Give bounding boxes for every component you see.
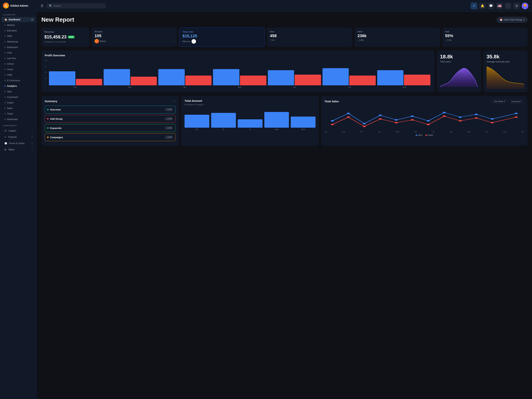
nav-dot <box>4 30 6 31</box>
sidebar-item-crypto[interactable]: Crypto <box>1 100 35 105</box>
sidebar-item-realestate[interactable]: Realestate <box>1 117 35 122</box>
search-icon: 🔍 <box>49 4 52 7</box>
line-chart-svg <box>324 106 524 130</box>
nav-dot <box>4 102 6 103</box>
blue-bar <box>158 69 185 85</box>
components-section-label: COMPONENTS <box>0 122 37 128</box>
avatar[interactable] <box>522 3 528 9</box>
fullscreen-button[interactable]: ⛶ <box>505 3 511 9</box>
sidebar-item-chat[interactable]: Chat <box>1 50 35 55</box>
axis-label-60: 60 <box>45 71 47 73</box>
total-amount-menu-button[interactable]: ··· <box>313 99 316 102</box>
svg-point-12 <box>491 118 494 120</box>
summary-menu-button[interactable]: ··· <box>173 99 176 103</box>
notification-bell-button[interactable]: 🔔 <box>479 3 486 9</box>
date-range-button[interactable]: 📅 Select Date Range ▾ <box>497 17 528 23</box>
keywords-count: 1,255 <box>165 126 173 130</box>
avg-reach-chart <box>487 65 524 89</box>
blue-bar <box>213 69 239 85</box>
sidebar-item-warehouse[interactable]: Warehouse <box>1 39 35 44</box>
svg-point-4 <box>363 123 366 124</box>
axis-label-120: 120 <box>45 59 47 61</box>
user-avatar-image <box>522 3 528 9</box>
nav-dot <box>4 41 6 42</box>
total-sales-title: Total Sales <box>324 100 339 103</box>
summary-item-addgroup[interactable]: Add Group 1,255 <box>45 115 176 123</box>
chat-button[interactable]: 💬 <box>488 3 494 9</box>
menu-icon[interactable]: ☰ <box>41 4 44 8</box>
red-bar <box>295 75 321 85</box>
month-apr: Apr <box>378 131 381 133</box>
sidebar-item-medical[interactable]: Medical <box>1 23 35 28</box>
sidebar-logo-icon: G <box>3 3 9 8</box>
calendar-icon: 📅 <box>500 19 502 21</box>
svg-point-13 <box>515 113 518 114</box>
home-icon: 🏠 <box>4 18 7 21</box>
blue-bar <box>104 69 130 85</box>
avg-reach-value: 35.8k <box>487 54 524 60</box>
red-bar <box>131 77 157 85</box>
sidebar-item-traval[interactable]: Traval <box>1 67 35 72</box>
bar-label-feb: Feb <box>48 86 101 88</box>
features-icon: ✏ <box>4 136 6 138</box>
dropdown-arrow-icon: ▾ <box>523 19 525 21</box>
sidebar-item-crm[interactable]: CRM <box>1 72 35 78</box>
sidebar-item-restaurant[interactable]: Restaurant <box>1 45 35 50</box>
chevron-right-icon: › <box>32 148 32 151</box>
search-input[interactable] <box>54 4 103 7</box>
sidebar-item-forms-charts[interactable]: 🕐 Forms & Charts › <box>1 140 35 146</box>
bottom-row: Summary ··· Overview 1,255 Add Group 1,2… <box>41 96 528 146</box>
nav-dot <box>4 63 6 64</box>
sidebar-item-hrm[interactable]: HRM <box>1 34 35 39</box>
summary-item-overview[interactable]: Overview 1,255 <box>45 106 176 114</box>
chevron-right-icon: › <box>32 129 32 132</box>
this-week-filter-button[interactable]: This Week ▾ <box>491 99 507 103</box>
sidebar-item-dashboard[interactable]: 🏠 Dashboard ▾ <box>1 17 35 22</box>
sidebar-item-investment[interactable]: Investment <box>1 95 35 100</box>
chevron-right-icon: › <box>32 142 32 145</box>
blue-bar <box>377 70 404 85</box>
sidebar-item-education[interactable]: Education <box>1 28 35 33</box>
topbar-right: ☀ 🔔 💬 🇺🇸 ⛶ ⊞ <box>471 3 528 9</box>
search-box[interactable]: 🔍 <box>47 3 106 8</box>
svg-point-18 <box>395 122 398 123</box>
line-chart-x-labels: Jan Feb Mar Apr May Jun Jul Aug Sep Oct … <box>324 131 524 133</box>
sidebar-item-ecommerce[interactable]: E-Commerce <box>1 78 35 83</box>
profit-overview-card: Profit Overview 120 90 60 30 0 <box>41 51 434 92</box>
today-sales-nav-button[interactable]: › <box>191 39 196 44</box>
summary-card: Summary ··· Overview 1,255 Add Group 1,2… <box>41 96 179 146</box>
bar-label: Dr <box>223 128 225 130</box>
bar-fill <box>184 115 209 128</box>
theme-toggle-button[interactable]: ☀ <box>471 3 477 9</box>
addgroup-dot <box>47 118 49 120</box>
today-sales-card: Today Sales $15,125 Nato Inc. › <box>179 27 265 47</box>
sidebar-item-lawfirm[interactable]: Law Firm <box>1 56 35 61</box>
value-card: Value 236k ↑ 4.9% <box>355 27 440 47</box>
value-sub: ↑ 4.9% <box>357 39 437 41</box>
sidebar-item-support[interactable]: 🛈 Support › <box>1 128 35 134</box>
total-bar-store: Store <box>291 117 316 130</box>
sidebar-item-jobs[interactable]: Jobs <box>1 89 35 94</box>
sidebar-item-tables[interactable]: ⊞ Tables › <box>1 147 35 152</box>
avg-reach-label: Average reach per post <box>487 60 524 63</box>
total-bar-dr: Dr <box>211 113 236 130</box>
summary-item-keywords[interactable]: Keywords 1,255 <box>45 124 176 132</box>
flag-button[interactable]: 🇺🇸 <box>496 3 503 9</box>
month-may: May <box>396 131 399 133</box>
nav-dot <box>4 80 6 81</box>
today-sales-value: $15,125 <box>182 34 261 38</box>
deal-label: Deal <box>270 31 349 33</box>
summary-item-campaigns[interactable]: Campaigns 1,255 <box>45 133 176 141</box>
sidebar-item-sales[interactable]: Sales <box>1 106 35 111</box>
up-arrow-icon: ↑ <box>445 39 446 41</box>
total-users-card: 18.8k Total users <box>437 51 481 92</box>
summary-filter-button[interactable]: Summery ▾ <box>509 99 524 103</box>
bar-label-mar: Mar <box>103 86 157 88</box>
sidebar-item-school[interactable]: School <box>1 61 35 66</box>
sidebar-item-analytics[interactable]: Analytics <box>1 83 35 89</box>
sidebar-item-features[interactable]: ✏ Features › <box>1 134 35 140</box>
nav-dot <box>4 36 6 37</box>
settings-button[interactable]: ⊞ <box>513 3 520 9</box>
total-sales-filters: This Week ▾ Summery ▾ <box>491 99 524 103</box>
sidebar-item-ticket[interactable]: Ticket <box>1 111 35 116</box>
